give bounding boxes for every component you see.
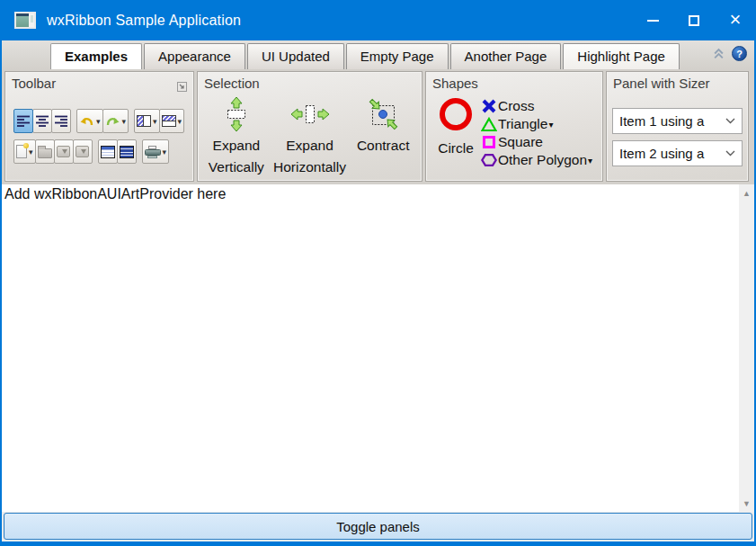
open-folder-button[interactable]	[35, 139, 55, 164]
scroll-down-icon[interactable]: ▼	[739, 496, 754, 511]
panel-shapes-title: Shapes	[426, 72, 602, 94]
undo-redo-group: ▾ ▾	[76, 109, 128, 133]
view-group	[98, 139, 136, 164]
panel-with-sizer: Panel with Sizer Item 1 using a Item 2 u…	[606, 71, 749, 182]
shapes-body: Circle Cross Triangle ▾	[426, 94, 602, 169]
app-window: wxRibbon Sample Application × Examples A…	[0, 0, 756, 546]
purple-hexagon-icon	[480, 152, 498, 168]
square-label: Square	[498, 134, 543, 150]
position-left-icon	[137, 115, 151, 127]
main-content: Add wxRibbonAUIArtProvider here ▲ ▼	[2, 184, 754, 512]
ribbon-tab-bar: Examples Appearance UI Updated Empty Pag…	[2, 40, 754, 69]
minimize-button[interactable]	[632, 0, 673, 40]
position-top-caret[interactable]: ▾	[178, 117, 182, 126]
contract-button[interactable]: Contract	[346, 94, 420, 178]
file-group: ▾	[13, 139, 92, 164]
align-center-button[interactable]	[32, 109, 52, 133]
position-left-caret[interactable]: ▾	[153, 117, 157, 126]
other-polygon-label: Other Polygon	[498, 152, 587, 168]
cross-button[interactable]: Cross	[480, 97, 592, 115]
position-left-button[interactable]: ▾	[134, 109, 160, 133]
toolbar-row-1: ▾ ▾ ▾ ▾	[13, 109, 193, 133]
list-view-button[interactable]	[117, 139, 137, 164]
undo-button[interactable]: ▾	[76, 109, 103, 133]
collapse-ribbon-icon[interactable]	[712, 48, 725, 60]
minimize-icon	[647, 20, 659, 22]
red-circle-icon	[440, 98, 472, 130]
save-as-icon	[76, 146, 89, 157]
square-button[interactable]: Square	[480, 133, 592, 151]
panel-toolbar: Toolbar	[4, 71, 194, 182]
tab-empty-page[interactable]: Empty Page	[346, 43, 449, 69]
tab-ui-updated[interactable]: UI Updated	[247, 43, 344, 69]
print-caret[interactable]: ▾	[163, 148, 167, 157]
other-polygon-button[interactable]: Other Polygon ▾	[480, 151, 592, 169]
combo-item-2[interactable]: Item 2 using a	[612, 140, 743, 166]
tab-highlight-page[interactable]: Highlight Page	[563, 43, 680, 69]
vertical-scrollbar[interactable]: ▲ ▼	[739, 184, 754, 512]
cross-label: Cross	[498, 98, 534, 114]
green-triangle-icon	[480, 117, 498, 132]
expand-horizontally-icon	[289, 94, 331, 135]
combo-item-1[interactable]: Item 1 using a	[612, 108, 743, 134]
tab-another-page[interactable]: Another Page	[450, 43, 562, 69]
align-left-button[interactable]	[13, 109, 33, 133]
other-polygon-dropdown-caret[interactable]: ▾	[588, 156, 592, 166]
tabbar-right-controls: ?	[712, 46, 747, 61]
save-button[interactable]	[54, 139, 74, 164]
ribbon-page-examples: Toolbar	[2, 69, 754, 184]
redo-icon	[105, 114, 120, 128]
scroll-up-icon[interactable]: ▲	[739, 185, 754, 201]
expand-vertically-button[interactable]: Expand Vertically	[200, 94, 273, 178]
position-top-icon	[162, 115, 176, 127]
position-top-button[interactable]: ▾	[159, 109, 185, 133]
new-document-caret[interactable]: ▾	[29, 148, 33, 157]
sizer-body: Item 1 using a Item 2 using a	[607, 94, 748, 166]
align-right-button[interactable]	[51, 109, 71, 133]
blue-cross-icon	[480, 98, 498, 114]
shape-list: Cross Triangle ▾ Square	[480, 95, 592, 169]
toggle-panels-button[interactable]: Toggle panels	[4, 513, 752, 540]
maximize-button[interactable]	[673, 0, 715, 40]
help-icon[interactable]: ?	[732, 46, 747, 61]
expand-vertically-icon	[221, 94, 252, 135]
print-button[interactable]: ▾	[142, 139, 170, 164]
app-icon	[14, 12, 36, 29]
circle-button[interactable]: Circle	[431, 95, 480, 169]
align-right-icon	[54, 114, 68, 128]
undo-dropdown-caret[interactable]: ▾	[96, 117, 101, 126]
expand-vertically-label-2: Vertically	[209, 157, 264, 178]
window-title: wxRibbon Sample Application	[47, 13, 241, 29]
position-group: ▾ ▾	[134, 109, 183, 133]
triangle-dropdown-caret[interactable]: ▾	[548, 120, 553, 130]
panel-selection: Selection Expand Vertically Expand Horiz…	[197, 71, 422, 182]
selection-buttons: Expand Vertically Expand Horizontally Co…	[198, 94, 422, 178]
maximize-icon	[689, 15, 699, 26]
combo-item-1-value: Item 1 using a	[619, 113, 725, 129]
table-view-button[interactable]	[98, 139, 118, 164]
tab-examples[interactable]: Examples	[50, 43, 142, 69]
save-as-button[interactable]	[73, 139, 93, 164]
panel-extension-button[interactable]	[177, 79, 187, 89]
circle-label: Circle	[438, 140, 474, 157]
save-icon	[57, 146, 70, 157]
expand-horizontally-label-1: Expand	[286, 135, 334, 157]
new-document-icon	[16, 145, 27, 158]
new-document-button[interactable]: ▾	[13, 139, 36, 164]
undo-icon	[79, 114, 94, 128]
contract-icon	[366, 94, 400, 135]
redo-dropdown-caret[interactable]: ▾	[122, 117, 127, 126]
panel-selection-title: Selection	[198, 72, 422, 94]
magenta-square-icon	[480, 136, 498, 148]
open-folder-icon	[38, 148, 52, 158]
align-left-icon	[16, 114, 31, 128]
triangle-button[interactable]: Triangle ▾	[480, 115, 592, 133]
redo-button[interactable]: ▾	[102, 109, 129, 133]
expand-horizontally-button[interactable]: Expand Horizontally	[273, 94, 347, 178]
tab-appearance[interactable]: Appearance	[144, 43, 245, 69]
toolbar-rows: ▾ ▾ ▾ ▾	[5, 94, 193, 164]
panel-sizer-title: Panel with Sizer	[607, 72, 748, 94]
close-button[interactable]: ×	[715, 0, 756, 40]
list-view-icon	[120, 146, 134, 158]
combo-item-2-value: Item 2 using a	[619, 146, 725, 161]
